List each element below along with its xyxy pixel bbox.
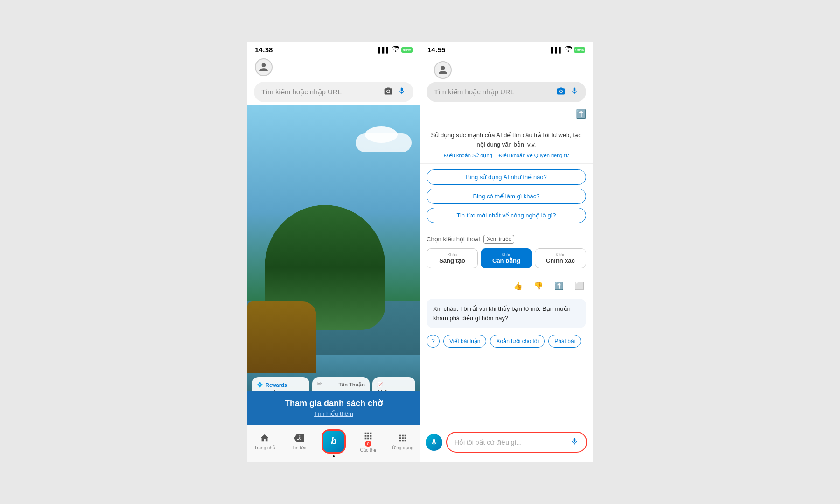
clouds xyxy=(356,133,412,152)
left-profile-icon[interactable] xyxy=(255,58,273,76)
terms-usage[interactable]: Điều khoản Sử dụng xyxy=(444,153,492,159)
quick-action-play[interactable]: Phát bài xyxy=(548,335,581,348)
chat-input-field[interactable]: Hỏi tôi bất cứ điều gì... xyxy=(446,432,587,453)
wifi-icon xyxy=(392,46,399,53)
quick-actions: ? Viết bài luận Xoắn lưỡi cho tôi Phát b… xyxy=(420,330,593,352)
bing-active-indicator xyxy=(333,455,335,457)
right-search-area: Tìm kiếm hoặc nhập URL xyxy=(420,56,593,105)
quick-action-question-icon: ? xyxy=(427,335,440,348)
chat-mic-icon[interactable] xyxy=(570,437,579,447)
nav-home-label: Trang chủ xyxy=(254,445,275,450)
tabs-icon xyxy=(362,430,374,442)
right-wifi-icon xyxy=(565,46,572,53)
nav-apps[interactable]: Ứng dụng xyxy=(385,432,420,450)
suggestion-2[interactable]: Bing có thể làm gì khác? xyxy=(427,189,586,204)
left-battery: 95% xyxy=(401,47,413,53)
right-mic-icon[interactable] xyxy=(570,87,579,97)
feedback-row: 👍 👎 ⬆️ ⬜ xyxy=(420,274,593,297)
style-precise[interactable]: Khác Chính xác xyxy=(535,248,586,268)
chat-input-area: Hỏi tôi bất cứ điều gì... xyxy=(420,427,593,462)
bing-chat: ⬆️ Sử dụng sức mạnh của AI để tìm câu tr… xyxy=(420,105,593,462)
style-balanced-sub: Khác xyxy=(484,252,529,257)
right-battery: 98% xyxy=(574,47,585,53)
right-profile-icon[interactable] xyxy=(434,61,452,79)
style-balanced-main: Cân bằng xyxy=(484,257,529,264)
style-buttons: Khác Sáng tạo Khác Cân bằng Khác Chính x… xyxy=(427,248,586,268)
rocks xyxy=(247,301,316,373)
style-label-row: Chọn kiểu hội thoại Xem trước xyxy=(427,235,586,244)
share-feedback-icon[interactable]: ⬆️ xyxy=(553,279,566,292)
style-creative[interactable]: Khác Sáng tạo xyxy=(427,248,478,268)
right-signal-icon: ▌▌▌ xyxy=(551,47,563,53)
tabs-badge: 0 xyxy=(365,441,371,447)
right-search-bar[interactable]: Tìm kiếm hoặc nhập URL xyxy=(427,82,586,102)
promo-banner[interactable]: Tham gia danh sách chờ Tìm hiểu thêm xyxy=(247,391,420,425)
mic-icon[interactable] xyxy=(398,87,406,97)
phone-left: 14:38 ▌▌▌ 95% Tìm kiếm hoặc nhập URL xyxy=(247,42,420,462)
preview-badge[interactable]: Xem trước xyxy=(483,235,514,244)
style-creative-sub: Khác xyxy=(430,252,475,257)
thumbs-up-icon[interactable]: 👍 xyxy=(511,279,525,292)
conversation-style: Chọn kiểu hội thoại Xem trước Khác Sáng … xyxy=(420,229,593,274)
right-camera-icon[interactable] xyxy=(556,86,566,98)
chat-greeting: Xin chào. Tôi rất vui khi thấy bạn tò mò… xyxy=(427,299,586,328)
right-status-bar: 14:55 ▌▌▌ 98% xyxy=(420,42,593,56)
left-status-bar: 14:38 ▌▌▌ 95% xyxy=(247,42,420,56)
left-profile-row xyxy=(247,56,420,79)
left-status-icons: ▌▌▌ 95% xyxy=(378,46,413,53)
weather-loc-prefix: inh xyxy=(317,382,322,388)
suggestion-3[interactable]: Tin tức mới nhất về công nghệ là gì? xyxy=(427,208,586,223)
left-search-text: Tìm kiếm hoặc nhập URL xyxy=(261,88,384,96)
quick-action-tongue[interactable]: Xoắn lưỡi cho tôi xyxy=(490,335,545,348)
hero-image: 💠 Rewards Kiếm điểm Microsoft Rewards bằ… xyxy=(247,105,420,462)
phone-right: 14:55 ▌▌▌ 98% Tìm kiếm hoặc nhập URL xyxy=(420,42,593,462)
nav-bing[interactable]: b xyxy=(316,429,351,454)
rewards-title: Rewards xyxy=(266,382,287,388)
rewards-diamond-icon: 💠 xyxy=(257,382,263,388)
bing-intro: Sử dụng sức mạnh của AI để tìm câu trả l… xyxy=(420,123,593,164)
terms-privacy[interactable]: Điều khoản về Quyền riêng tư xyxy=(499,153,569,159)
right-time: 14:55 xyxy=(427,46,445,54)
style-label-text: Chọn kiểu hội thoại xyxy=(427,236,480,243)
thumbs-down-icon[interactable]: 👎 xyxy=(532,279,545,292)
signal-icon: ▌▌▌ xyxy=(378,47,390,53)
right-profile-row xyxy=(427,58,586,82)
suggestion-1[interactable]: Bing sử dụng AI như thế nào? xyxy=(427,169,586,185)
quick-action-essay[interactable]: Viết bài luận xyxy=(443,335,486,348)
promo-title: Tham gia danh sách chờ xyxy=(255,398,413,408)
left-search-bar[interactable]: Tìm kiếm hoặc nhập URL xyxy=(254,82,413,102)
right-status-icons: ▌▌▌ 98% xyxy=(551,46,585,53)
chat-voice-button[interactable] xyxy=(426,434,442,451)
style-precise-main: Chính xác xyxy=(538,257,583,264)
apps-icon xyxy=(397,432,409,444)
camera-icon[interactable] xyxy=(384,86,393,98)
weather-header: inh Tân Thuận xyxy=(317,382,365,388)
right-search-text: Tìm kiếm hoặc nhập URL xyxy=(434,88,556,96)
bing-logo: b xyxy=(331,436,336,447)
suggestions: Bing sử dụng AI như thế nào? Bing có thể… xyxy=(420,164,593,229)
bing-chat-header: ⬆️ xyxy=(420,105,593,123)
nav-tabs-label: Các thẻ xyxy=(360,448,377,453)
nav-news[interactable]: Tin tức xyxy=(282,432,316,450)
bing-intro-text: Sử dụng sức mạnh của AI để tìm câu trả l… xyxy=(429,131,583,149)
bing-button[interactable]: b xyxy=(322,429,346,454)
promo-link[interactable]: Tìm hiểu thêm xyxy=(255,410,413,417)
home-icon xyxy=(259,432,271,444)
style-creative-main: Sáng tạo xyxy=(430,257,475,264)
left-search-icons xyxy=(384,86,406,98)
right-search-icons xyxy=(556,86,579,98)
nav-home[interactable]: Trang chủ xyxy=(247,432,282,450)
rewards-header: 💠 Rewards xyxy=(257,382,305,388)
news-icon xyxy=(293,432,305,444)
nav-apps-label: Ứng dụng xyxy=(392,445,413,450)
share-icon[interactable]: ⬆️ xyxy=(576,109,586,119)
copy-icon[interactable]: ⬜ xyxy=(573,279,586,292)
bing-terms: Điều khoản Sử dụng Điều khoản về Quyền r… xyxy=(429,153,583,159)
weather-location: Tân Thuận xyxy=(338,382,365,388)
chat-input-placeholder: Hỏi tôi bất cứ điều gì... xyxy=(455,439,522,446)
style-balanced[interactable]: Khác Cân bằng xyxy=(481,248,532,268)
nav-tabs[interactable]: 0 Các thẻ xyxy=(351,430,385,453)
style-precise-sub: Khác xyxy=(538,252,583,257)
left-bottom-nav: Trang chủ Tin tức b 0 Các thẻ xyxy=(247,425,420,462)
nav-news-label: Tin tức xyxy=(292,445,306,450)
